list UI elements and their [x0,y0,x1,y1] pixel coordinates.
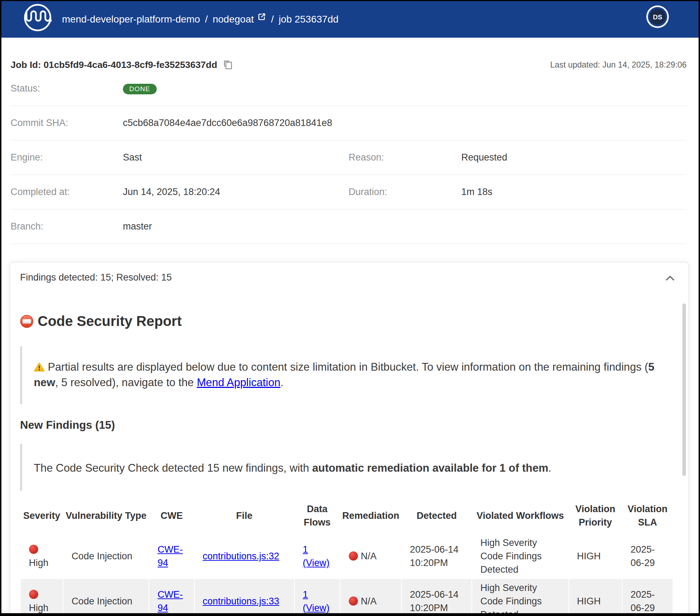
svg-text:DS: DS [653,13,662,21]
